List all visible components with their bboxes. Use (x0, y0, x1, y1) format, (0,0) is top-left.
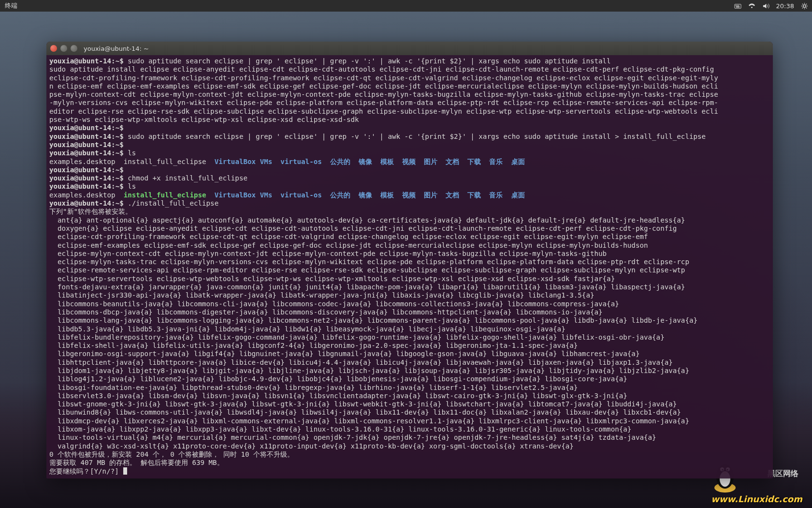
install-pkg-line: libdb5.3-java{a} libdb5.3-java-jni{a} li… (49, 325, 566, 333)
install-pkg-line: libxdmcp-dev{a} libxerces2-java{a} libxm… (49, 417, 689, 425)
network-wifi-icon[interactable] (748, 2, 755, 10)
minimize-icon[interactable] (60, 45, 67, 52)
install-pkg-line: valgrind{a} w3c-xsd-xslt{a} x11proto-cor… (49, 442, 574, 450)
command-text: ./install_full_eclipse (124, 199, 218, 207)
command-text: sudo aptitude search eclipse | grep ' ec… (124, 57, 611, 65)
install-pkg-line: libservlet3.0-java{a} libsm-dev{a} libsv… (49, 392, 627, 400)
terminal-output-line: editor eclipse-rse eclipse-rse-sdk eclip… (49, 107, 718, 115)
terminal-output-line: -mylyn-versions-cvs eclipse-mylyn-wikite… (49, 99, 718, 106)
shell-prompt: youxia@ubunt-14:~$ (49, 133, 124, 140)
command-text: chmod +x install_full_eclipse (124, 174, 247, 182)
terminal-output-line: pse-wtp-ws eclipse-wtp-xmltools eclipse-… (49, 116, 359, 123)
install-pkg-line: doxygen{a} eclipse eclipse-anyedit eclip… (49, 224, 677, 232)
svg-rect-4 (736, 6, 740, 7)
svg-line-14 (806, 3, 807, 4)
ls-item-dir: VirtualBox VMs virtual-os 公共的 镜像 模板 视频 图… (215, 158, 525, 165)
install-pkg-line: eclipse-cdt-profiling-framework eclipse-… (49, 233, 648, 240)
svg-rect-0 (734, 4, 740, 8)
shell-prompt: youxia@ubunt-14:~$ (49, 149, 124, 157)
install-pkg-line: fonts-dejavu-extra{a} jarwrapper{a} java… (49, 283, 685, 291)
install-pkg-line: eclipse-remote-services-api eclipse-rpm-… (49, 266, 685, 274)
command-text: sudo aptitude search eclipse | grep ' ec… (124, 133, 706, 140)
install-pkg-line: libswt-gnome-gtk-3-jni{a} libswt-gtk-3-j… (49, 400, 677, 408)
install-pkg-line: libxom-java{a} libxpp2-java{a} libxpp3-j… (49, 425, 631, 433)
shell-prompt: youxia@ubunt-14:~$ (49, 141, 124, 149)
shell-prompt: youxia@ubunt-14:~$ (49, 174, 124, 182)
shell-prompt: youxia@ubunt-14:~$ (49, 57, 124, 65)
terminal-output-line: pse-mylyn-context-cdt eclipse-mylyn-cont… (49, 90, 718, 98)
install-pkg-line: libcommons-dbcp-java{a} libcommons-diges… (49, 308, 603, 316)
install-pkg-line: liblog4j1.2-java{a} liblucene2-java{a} l… (49, 375, 627, 383)
terminal-content[interactable]: youxia@ubunt-14:~$ sudo aptitude search … (46, 55, 773, 478)
command-text: ls (124, 149, 136, 157)
svg-rect-3 (738, 5, 739, 6)
install-pkg-line: libgeronimo-osgi-support-java{a} libgif4… (49, 350, 639, 358)
svg-point-5 (751, 6, 753, 8)
terminal-output-line: sudo aptitude install eclipse eclipse-an… (49, 65, 714, 73)
watermark-url: www.Linuxidc.com (711, 494, 802, 504)
svg-line-12 (806, 7, 807, 8)
close-icon[interactable] (50, 45, 57, 52)
install-pkg-line: libcommons-beanutils-java{a} libcommons-… (49, 300, 619, 308)
install-pkg-line: eclipse-mylyn-tasks-trac eclipse-mylyn-v… (49, 258, 689, 266)
install-pkg-line: eclipse-wtp-servertools eclipse-wtp-webt… (49, 275, 615, 283)
shell-prompt: youxia@ubunt-14:~$ (49, 182, 124, 190)
ls-item-file: examples.desktop install_full_eclipse (49, 158, 215, 165)
svg-point-6 (803, 4, 806, 7)
install-pkg-line: eclipse-mylyn-context-cdt eclipse-mylyn-… (49, 250, 607, 257)
clock-label[interactable]: 20:38 (776, 2, 794, 10)
install-pkg-line: libunwind8{a} libws-commons-util-java{a}… (49, 408, 681, 416)
command-text: ls (124, 182, 136, 190)
install-pkg-line: linux-tools-virtual{a} m4{a} mercurial{a… (49, 433, 656, 441)
shell-prompt: youxia@ubunt-14:~$ (49, 124, 124, 132)
install-pkg-line: libcommons-lang-java{a} libcommons-loggi… (49, 316, 697, 324)
install-summary-line: 0 个软件包被升级，新安装 204 个， 0 个将被删除， 同时 10 个将不升… (49, 450, 294, 458)
install-pkg-line: libfelix-bundlerepository-java{a} libfel… (49, 333, 665, 341)
terminal-output-line: n eclipse-emf eclipse-emf-examples eclip… (49, 82, 718, 90)
shell-prompt: youxia@ubunt-14:~$ (49, 166, 124, 174)
install-pkg-line: libosgi-foundation-ee-java{a} libpthread… (49, 384, 578, 391)
ls-item-dir: VirtualBox VMs virtual-os 公共的 镜像 模板 视频 图… (215, 191, 525, 199)
window-title: youxia@ubunt-14: ~ (84, 45, 149, 52)
system-gear-icon[interactable] (801, 2, 808, 10)
shell-prompt: youxia@ubunt-14:~$ (49, 199, 124, 207)
terminal-window: youxia@ubunt-14: ~ youxia@ubunt-14:~$ su… (46, 42, 773, 478)
install-pkg-line: libhttpclient-java{a} libhttpcore-java{a… (49, 359, 673, 366)
install-pkg-line: libfelix-shell-java{a} libfelix-utils-ja… (49, 342, 578, 349)
volume-icon[interactable] (762, 2, 769, 10)
maximize-icon[interactable] (71, 45, 77, 52)
install-pkg-line: libjdom1-java{a} libjetty8-java{a} libjg… (49, 367, 689, 374)
ls-item-exec: install_full_eclipse (124, 191, 206, 199)
install-confirm-prompt: 您要继续吗？[Y/n/?] (49, 467, 123, 475)
svg-line-11 (802, 3, 803, 4)
install-pkg-line: ant{a} ant-optional{a} aspectj{a} autoco… (49, 216, 685, 224)
active-app-menu[interactable]: 终端 (5, 1, 17, 10)
gnome-top-bar: 终端 20:38 (0, 0, 812, 12)
terminal-output-line: eclipse-cdt-profiling-framework eclipse-… (49, 74, 718, 82)
install-pkg-line: eclipse-emf-examples eclipse-emf-sdk ecl… (49, 241, 648, 249)
cursor-icon (123, 467, 127, 475)
install-header: 下列"新"软件包将被安装。 (49, 208, 132, 215)
keyboard-indicator-icon[interactable] (734, 2, 741, 10)
svg-line-13 (802, 7, 803, 8)
install-pkg-line: libatinject-jsr330-api-java{a} libatk-wr… (49, 291, 594, 299)
svg-rect-1 (735, 5, 736, 6)
ls-item-file: examples.desktop (49, 191, 124, 199)
install-summary-line: 需要获取 407 MB 的存档。 解包后将要使用 639 MB。 (49, 459, 224, 466)
window-titlebar[interactable]: youxia@ubunt-14: ~ (46, 42, 773, 55)
svg-rect-2 (737, 5, 738, 6)
